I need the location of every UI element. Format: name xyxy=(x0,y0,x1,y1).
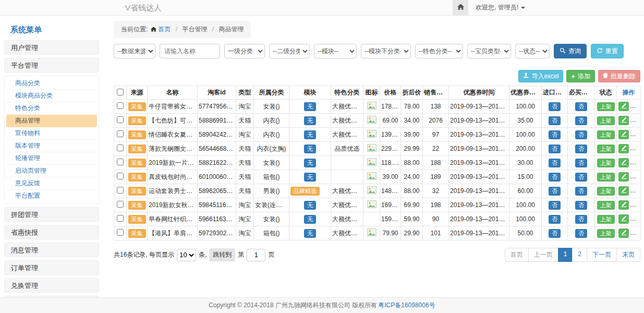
edit-button[interactable] xyxy=(618,200,629,210)
must-buy-toggle-badge[interactable]: 否 xyxy=(575,229,587,238)
sidebar-item-feature-category[interactable]: 特色分类 xyxy=(6,102,97,115)
must-buy-toggle-badge[interactable]: 否 xyxy=(575,159,587,167)
sidebar-item-platform-config[interactable]: 平台配置 xyxy=(6,190,97,202)
cell-imported: 否 xyxy=(542,198,568,212)
sidebar-item-feedback[interactable]: 意见反馈 xyxy=(6,177,97,190)
imported-toggle-badge[interactable]: 否 xyxy=(549,102,561,111)
sidebar-item-version-management[interactable]: 版本管理 xyxy=(6,140,97,152)
batch-delete-button[interactable]: 批量删除 xyxy=(598,70,640,82)
imported-toggle-badge[interactable]: 否 xyxy=(549,159,561,167)
jump-to-button[interactable]: 跳转到 xyxy=(209,248,235,261)
sidebar-group-message-management[interactable]: 消息管理 xyxy=(4,243,99,257)
pagination-prev-page[interactable]: 上一页 xyxy=(528,248,558,262)
sidebar-item-splash-page-management[interactable]: 启动页管理 xyxy=(6,165,97,177)
name-search-input[interactable] xyxy=(160,44,220,58)
must-buy-toggle-badge[interactable]: 否 xyxy=(575,102,587,111)
edit-button[interactable] xyxy=(618,214,629,224)
imported-toggle-badge[interactable]: 否 xyxy=(549,187,561,196)
edit-button[interactable] xyxy=(618,144,629,153)
cell-taoke-id: 598451162391 xyxy=(198,198,236,212)
cell-coupon-amount: 100.00 xyxy=(509,212,542,226)
pagination-page-1[interactable]: 1 xyxy=(558,248,573,262)
imported-toggle-badge[interactable]: 否 xyxy=(549,215,561,224)
filter-select-module[interactable]: --模块-- xyxy=(314,44,357,58)
cell-actions xyxy=(617,198,641,212)
row-checkbox[interactable] xyxy=(117,145,124,151)
imported-toggle-badge[interactable]: 否 xyxy=(549,116,561,125)
icp-link[interactable]: 粤ICP备16098006号 xyxy=(378,301,435,310)
sidebar-item-carousel-management[interactable]: 轮播管理 xyxy=(6,152,97,165)
breadcrumb-home-link[interactable]: 首页 xyxy=(158,26,171,33)
imported-toggle-badge[interactable]: 否 xyxy=(549,145,561,153)
product-thumbnail-icon xyxy=(367,144,376,153)
row-checkbox[interactable] xyxy=(117,187,124,194)
edit-button[interactable] xyxy=(618,158,629,167)
add-button[interactable]: + 添加 xyxy=(566,70,595,82)
pagination-last-page[interactable]: 末页 xyxy=(616,248,640,262)
filter-select-data-source[interactable]: --数据来源-- xyxy=(114,44,155,58)
per-page-select[interactable]: 10 xyxy=(177,249,196,261)
filter-select-level1-category[interactable]: 一级分类 xyxy=(224,44,265,58)
cell-name: 情侣睡衣女夏丝绸男士... xyxy=(148,128,198,142)
filter-select-module-subcategory[interactable]: --模块下分类-- xyxy=(361,44,411,58)
edit-button[interactable] xyxy=(618,228,629,238)
cell-type: 天猫 xyxy=(236,184,254,198)
edit-button[interactable] xyxy=(618,130,629,139)
edit-button[interactable] xyxy=(618,102,629,111)
filter-select-feature-category[interactable]: --特色分类-- xyxy=(415,44,463,58)
user-menu[interactable]: 欢迎您, 管理员! xyxy=(476,3,525,12)
cell-feature: 大额优惠券 xyxy=(331,226,363,240)
must-buy-toggle-badge[interactable]: 否 xyxy=(575,187,587,196)
sidebar-item-promo-materials[interactable]: 宣传物料 xyxy=(6,127,97,140)
sidebar-group-order-management[interactable]: 订单管理 xyxy=(4,260,99,275)
jump-page-input[interactable] xyxy=(247,249,265,261)
column-header-8: 价格 xyxy=(380,86,401,100)
sidebar-item-module-product-category[interactable]: 模块商品分类 xyxy=(6,90,97,102)
must-buy-toggle-badge[interactable]: 否 xyxy=(575,201,587,210)
sidebar-group-group-buy[interactable]: 拼团管理 xyxy=(4,207,99,222)
edit-button[interactable] xyxy=(618,172,629,182)
filter-select-level2-category[interactable]: --二级分类-- xyxy=(269,44,310,58)
cell-checkbox xyxy=(114,198,127,212)
cell-coupon-amount: 200.00 xyxy=(509,142,542,156)
imported-toggle-badge[interactable]: 否 xyxy=(549,173,561,182)
edit-button[interactable] xyxy=(618,186,629,196)
row-checkbox[interactable] xyxy=(117,102,124,109)
sidebar-item-product-management[interactable]: 商品管理 xyxy=(6,115,97,127)
imported-toggle-badge[interactable]: 否 xyxy=(549,201,561,210)
table-row: 采集情侣睡衣女夏丝绸男士...589042420344淘宝内衣()无大额优惠券1… xyxy=(114,128,641,142)
must-buy-toggle-badge[interactable]: 否 xyxy=(575,215,587,224)
table-row: 采集早春网红针织外套女春...596611634525淘宝女装()无大额优惠券1… xyxy=(114,212,641,226)
must-buy-toggle-badge[interactable]: 否 xyxy=(575,145,587,153)
cell-source: 采集 xyxy=(127,184,148,198)
source-badge: 采集 xyxy=(128,201,146,210)
row-checkbox[interactable] xyxy=(117,173,124,179)
pagination-first-page[interactable]: 首页 xyxy=(505,248,529,262)
filter-select-status[interactable]: --状态-- xyxy=(515,44,550,58)
sidebar-group-platform[interactable]: 平台管理 xyxy=(4,58,99,73)
edit-button[interactable] xyxy=(618,116,629,125)
must-buy-toggle-badge[interactable]: 否 xyxy=(575,130,587,139)
filter-select-item-type[interactable]: --宝贝类型-- xyxy=(467,44,511,58)
must-buy-toggle-badge[interactable]: 否 xyxy=(575,173,587,182)
reset-button[interactable]: 重置 xyxy=(591,44,624,58)
search-button[interactable]: 查询 xyxy=(554,44,587,58)
sidebar-group-saving-express[interactable]: 省惠快报 xyxy=(4,225,99,239)
pagination-page-2[interactable]: 2 xyxy=(572,248,587,262)
sidebar-group-exchange-management[interactable]: 兑换管理 xyxy=(4,278,99,293)
select-all-checkbox[interactable] xyxy=(117,89,124,95)
sidebar-group-users[interactable]: 用户管理 xyxy=(4,40,99,55)
imported-toggle-badge[interactable]: 否 xyxy=(549,130,561,139)
imported-toggle-badge[interactable]: 否 xyxy=(549,229,561,238)
import-excel-button[interactable]: 导入excel xyxy=(518,70,563,82)
sidebar-item-product-category[interactable]: 商品分类 xyxy=(6,77,97,90)
home-button[interactable] xyxy=(453,0,468,15)
row-checkbox[interactable] xyxy=(117,215,124,222)
row-checkbox[interactable] xyxy=(117,159,124,165)
must-buy-toggle-badge[interactable]: 否 xyxy=(575,116,587,125)
pagination-next-page[interactable]: 下一页 xyxy=(587,248,617,262)
row-checkbox[interactable] xyxy=(117,229,124,236)
row-checkbox[interactable] xyxy=(117,130,124,137)
row-checkbox[interactable] xyxy=(117,201,124,208)
row-checkbox[interactable] xyxy=(117,116,124,123)
